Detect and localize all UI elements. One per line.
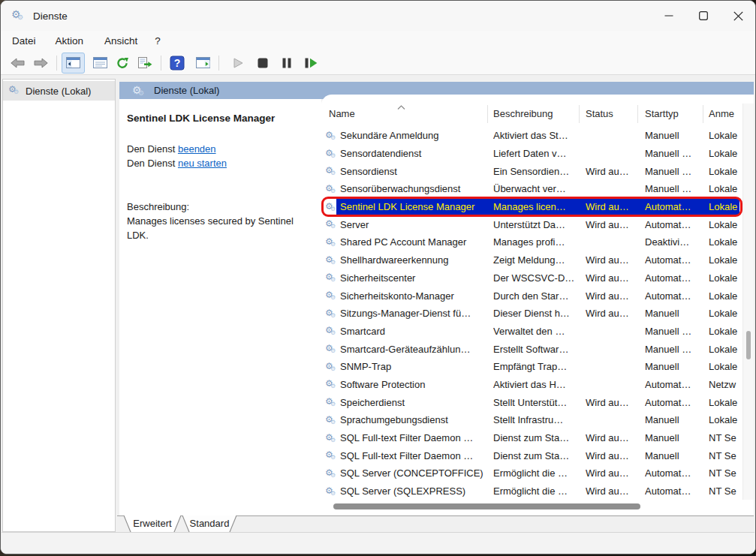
service-gear-icon: ⚙⚙	[325, 450, 337, 462]
table-row[interactable]: ⚙⚙SensorüberwachungsdienstÜberwacht ver……	[321, 180, 741, 198]
cell-anmelden: NT Se	[709, 450, 741, 461]
cell-status: Wird au…	[586, 308, 645, 319]
services-window: ⚙⚙ Dienste Datei Aktion Ansicht ?	[0, 0, 756, 554]
cell-status: Wird au…	[586, 201, 645, 212]
properties-icon	[93, 57, 107, 68]
start-service-button[interactable]	[230, 53, 247, 73]
cell-description: Manages licen…	[493, 201, 586, 212]
stop-service-link[interactable]: beenden	[178, 143, 216, 155]
table-row[interactable]: ⚙⚙ShellhardwareerkennungZeigt Meldung…Wi…	[321, 251, 741, 269]
forward-button[interactable]	[30, 53, 52, 73]
cell-description: Aktiviert das H…	[493, 379, 586, 390]
cell-starttyp: Manuell …	[645, 326, 709, 337]
table-row[interactable]: ⚙⚙Sitzungs-Manager-Dienst fü…Dieser Dien…	[321, 305, 741, 323]
maximize-icon	[699, 11, 708, 20]
cell-name: Server	[340, 219, 493, 230]
menu-aktion[interactable]: Aktion	[48, 33, 92, 49]
show-action-pane-button[interactable]	[192, 53, 214, 73]
stop-service-button[interactable]	[254, 53, 272, 73]
cell-description: Aktiviert das St…	[493, 130, 586, 141]
cell-anmelden: Netzw	[709, 379, 741, 390]
table-row[interactable]: ⚙⚙Sentinel LDK License ManagerManages li…	[321, 198, 741, 216]
table-row[interactable]: ⚙⚙ServerUnterstützt Da…Wird au…Automat…L…	[321, 215, 741, 233]
cell-description: Ein Sensordien…	[493, 166, 586, 177]
cell-description: Liefert Daten v…	[493, 148, 586, 159]
table-row[interactable]: ⚙⚙SQL Server (SQLEXPRESS)Ermöglicht die …	[321, 482, 741, 500]
cell-status: Wird au…	[586, 432, 645, 443]
back-arrow-icon	[11, 58, 25, 68]
table-row[interactable]: ⚙⚙SensordienstEin Sensordien…Wird au…Man…	[321, 162, 741, 180]
cell-starttyp: Deaktivi…	[645, 236, 709, 248]
service-gear-icon: ⚙⚙	[325, 184, 337, 196]
cell-status: Wird au…	[586, 467, 645, 479]
service-gear-icon: ⚙⚙	[325, 397, 337, 409]
cell-description: Manages profi…	[493, 236, 586, 248]
table-row[interactable]: ⚙⚙Sekundäre AnmeldungAktiviert das St…Ma…	[321, 127, 741, 145]
service-gear-icon: ⚙⚙	[325, 272, 337, 284]
cell-description: Unterstützt Da…	[493, 219, 586, 230]
pause-service-button[interactable]	[279, 53, 295, 73]
menu-ansicht[interactable]: Ansicht	[97, 33, 145, 49]
table-row[interactable]: ⚙⚙SprachumgebungsdienstStellt Infrastru……	[321, 411, 741, 429]
table-row[interactable]: ⚙⚙SpeicherdienstStellt Unterstüt…Wird au…	[321, 393, 741, 411]
column-header-anmelden[interactable]: Anme	[709, 108, 734, 119]
table-row[interactable]: ⚙⚙SmartcardVerwaltet den …Manuell …Lokal…	[321, 323, 741, 341]
properties-button[interactable]	[89, 53, 111, 73]
cell-anmelden: Lokale	[709, 130, 741, 141]
column-divider[interactable]	[487, 105, 488, 123]
column-divider[interactable]	[703, 105, 703, 123]
cell-name: Sitzungs-Manager-Dienst fü…	[340, 308, 493, 319]
table-row[interactable]: ⚙⚙SensordatendienstLiefert Daten v…Manue…	[321, 145, 741, 163]
column-header-starttyp[interactable]: Starttyp	[645, 108, 679, 119]
toolbar: ?	[1, 51, 755, 75]
window-controls	[652, 1, 755, 31]
service-gear-icon: ⚙⚙	[325, 468, 337, 480]
cell-anmelden: Lokale	[709, 148, 741, 159]
column-header-status[interactable]: Status	[586, 108, 613, 119]
table-row[interactable]: ⚙⚙Software ProtectionAktiviert das H…Aut…	[321, 376, 741, 394]
menu-hilfe[interactable]: ?	[147, 33, 168, 49]
description-label: Beschreibung:	[127, 200, 312, 214]
show-console-tree-button[interactable]	[62, 53, 85, 74]
table-row[interactable]: ⚙⚙Sicherheitskonto-ManagerDurch den Star…	[321, 287, 741, 305]
menu-datei[interactable]: Datei	[5, 33, 44, 49]
column-divider[interactable]	[637, 105, 638, 123]
close-button[interactable]	[721, 1, 755, 31]
table-row[interactable]: ⚙⚙SQL Full-text Filter Daemon …Dienst zu…	[321, 446, 741, 464]
restart-service-link[interactable]: neu starten	[178, 158, 227, 169]
cell-description: Ermöglicht die …	[493, 467, 586, 479]
column-header-beschreibung[interactable]: Beschreibung	[493, 108, 553, 119]
horizontal-scrollbar-thumb[interactable]	[333, 503, 640, 509]
back-button[interactable]	[7, 53, 29, 73]
vertical-scrollbar[interactable]	[742, 104, 754, 500]
title-bar[interactable]: ⚙⚙ Dienste	[1, 1, 755, 31]
cell-starttyp: Automat…	[645, 397, 709, 408]
table-row[interactable]: ⚙⚙SicherheitscenterDer WSCSVC-D…Wird au……	[321, 269, 741, 287]
column-header-name[interactable]: Name	[329, 108, 355, 119]
maximize-button[interactable]	[686, 1, 721, 31]
table-row[interactable]: ⚙⚙SQL Full-text Filter Daemon …Dienst zu…	[321, 429, 741, 447]
table-row[interactable]: ⚙⚙Smartcard-Geräteaufzählun…Erstellt Sof…	[321, 340, 741, 358]
horizontal-scrollbar[interactable]	[321, 503, 742, 510]
export-list-button[interactable]	[134, 53, 156, 73]
cell-name: SQL Full-text Filter Daemon …	[340, 432, 493, 443]
cell-status: Wird au…	[586, 254, 645, 266]
minimize-button[interactable]	[652, 1, 686, 31]
restart-service-button[interactable]	[301, 53, 321, 73]
table-row[interactable]: ⚙⚙SNMP-TrapEmpfängt Trap…ManuellLokale	[321, 358, 741, 376]
cell-status: Wird au…	[586, 397, 645, 408]
sidebar-item-dienste-lokal[interactable]: ⚙⚙ Dienste (Lokal)	[3, 81, 115, 101]
cell-anmelden: Lokale	[709, 272, 741, 284]
table-row[interactable]: ⚙⚙SQL Server (CONCEPTOFFICE)Ermöglicht d…	[321, 464, 741, 482]
cell-description: Stellt Infrastru…	[493, 414, 586, 425]
cell-description: Dieser Dienst h…	[493, 308, 586, 319]
service-gear-icon: ⚙⚙	[325, 255, 337, 267]
column-divider[interactable]	[579, 105, 580, 123]
export-list-icon	[138, 57, 152, 68]
vertical-scrollbar-thumb[interactable]	[746, 331, 751, 359]
refresh-button[interactable]	[113, 53, 133, 73]
help-button[interactable]: ?	[166, 53, 188, 73]
table-row[interactable]: ⚙⚙Shared PC Account ManagerManages profi…	[321, 233, 741, 251]
cell-starttyp: Manuell …	[645, 148, 709, 159]
cell-name: Sensorüberwachungsdienst	[340, 183, 493, 194]
